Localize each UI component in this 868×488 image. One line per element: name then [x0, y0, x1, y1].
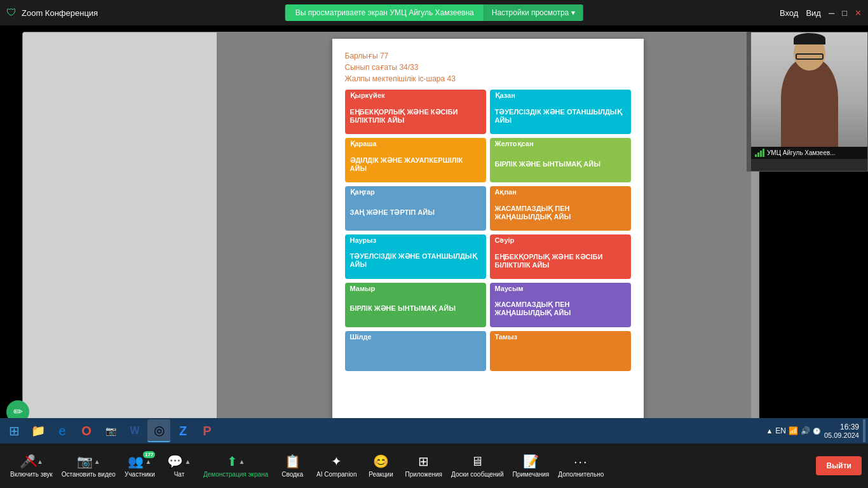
zoom-topbar: 🛡 Zoom Конференция Вы просматриваете экр…: [0, 0, 868, 25]
zoom-minimize-icon[interactable]: ─: [829, 8, 834, 18]
more-icon: ···: [574, 454, 588, 469]
more-tool[interactable]: ··· Дополнительно: [554, 454, 607, 478]
taskbar-ie-icon[interactable]: e: [51, 419, 74, 442]
pdf-cell-akpan-body: ЖАСАМПАЗДЫҚ ПЕН ЖАҢАШЫЛДЫҚ АЙЫ: [490, 198, 631, 227]
taskbar-pptx-icon[interactable]: P: [196, 419, 219, 442]
pdf-cell-mausym-header: Маусым: [490, 283, 631, 294]
language-indicator: EN: [775, 426, 786, 435]
volume-icon[interactable]: 🔊: [801, 426, 810, 435]
pdf-cell-akpan-header: Ақпан: [490, 186, 631, 198]
pdf-cell-kazan: Қазан ТӘУЕЛСІЗДІК ЖӘНЕ ОТАНШЫЛДЫҚ АЙЫ: [490, 90, 631, 134]
pdf-cell-zheltoksan: Желтоқсан БІРЛІК ЖӘНЕ ЫНТЫМАҚ АЙЫ: [490, 138, 631, 182]
zoom-view-button[interactable]: Вид: [806, 8, 821, 18]
webcam-label-bar: УМЦ Айгуль Хамзеев...: [751, 147, 867, 159]
pdf-cell-nauryz-header: Наурыз: [345, 234, 486, 246]
share-screen-tool[interactable]: ⬆ ▲ Демонстрация экрана: [200, 454, 272, 478]
reactions-label: Реакции: [369, 471, 393, 478]
notes-icon: 📝: [523, 454, 539, 469]
reactions-tool[interactable]: 😊 Реакции: [362, 454, 400, 478]
pdf-cell-karasha-header: Қараша: [345, 138, 486, 150]
windows-taskbar: ⊞ 📁 e O 📷 W ◎ Z P ▲ EN 📶 🔊 🕐 16:39 05.09…: [0, 418, 868, 444]
webcam-body: [781, 58, 838, 147]
zoom-sharing-badge: Вы просматриваете экран УМЦ Айгуль Хамзе…: [285, 4, 484, 21]
pdf-stat-3: Жалпы мектепішілік іс-шара 43: [345, 74, 631, 83]
pdf-cell-mausym: Маусым ЖАСАМПАЗДЫҚ ПЕН ЖАҢАШЫЛДЫҚ АЙЫ: [490, 283, 631, 327]
whiteboard-tool[interactable]: 🖥 Доски сообщений: [447, 454, 508, 478]
participants-badge: 177: [143, 451, 155, 458]
webcam-head: [794, 36, 825, 71]
participants-icon-wrap: 👥 177 ▲: [128, 454, 151, 469]
zoom-topbar-left: 🛡 Zoom Конференция: [6, 7, 98, 18]
pdf-cell-mamyr-header: Мамыр: [345, 283, 486, 294]
browser-window: 🦊 Устаз - Платформа аттестации ... ✕ W (…: [22, 32, 759, 432]
audio-tool[interactable]: 🎤 ▲ Включить звук: [6, 454, 57, 478]
pdf-cell-akpan: Ақпан ЖАСАМПАЗДЫҚ ПЕН ЖАҢАШЫЛДЫҚ АЙЫ: [490, 186, 631, 231]
zoom-settings-button[interactable]: Настройки просмотра ▾: [484, 4, 583, 21]
pdf-page: Барлығы 77 Сынып сағаты 34/33 Жалпы мект…: [332, 39, 644, 425]
chat-icon: 💬: [167, 454, 183, 469]
pdf-cell-kantar-header: Қаңтар: [345, 186, 486, 198]
taskbar-word-icon[interactable]: W: [123, 419, 146, 442]
reactions-icon: 😊: [373, 454, 389, 469]
pdf-cell-tamyz-header: Тамыз: [490, 331, 631, 342]
taskbar-chrome-icon[interactable]: ◎: [147, 419, 170, 442]
zoom-maximize-icon[interactable]: □: [842, 8, 847, 18]
ai-companion-tool[interactable]: ✦ AI Companion: [313, 454, 360, 478]
summary-icon: 📋: [285, 454, 301, 469]
chat-chevron[interactable]: ▲: [184, 458, 191, 465]
browser-left-panel: [23, 32, 217, 431]
signal-bars: [755, 149, 764, 157]
audio-label: Включить звук: [10, 471, 53, 478]
taskbar-explorer-icon[interactable]: 📁: [27, 419, 50, 442]
summary-tool[interactable]: 📋 Сводка: [273, 454, 311, 478]
signal-bar-2: [757, 152, 759, 157]
video-chevron[interactable]: ▲: [94, 458, 100, 465]
pdf-cell-zheltoksan-header: Желтоқсан: [490, 138, 631, 150]
pdf-cell-mamyr-body: БІРЛІК ЖӘНЕ ЫНТЫМАҚ АЙЫ: [345, 294, 486, 323]
participants-label: Участники: [125, 471, 155, 478]
pdf-stat-1: Барлығы 77: [345, 51, 631, 60]
zoom-close-icon[interactable]: ✕: [855, 8, 862, 18]
summary-label: Сводка: [281, 471, 303, 478]
camera-icon: 📷: [77, 454, 93, 469]
zoom-login-link[interactable]: Вход: [780, 8, 798, 18]
share-chevron[interactable]: ▲: [239, 458, 245, 465]
zoom-bottombar: 🎤 ▲ Включить звук 📷 ▲ Остановить видео 👥…: [0, 444, 868, 488]
pdf-stat-2: Сынып сағаты 34/33: [345, 63, 631, 72]
taskbar-zoom-icon[interactable]: Z: [172, 419, 194, 442]
pdf-month-grid: Қыркүйек ЕҢБЕКҚОРЛЫҚ ЖӘНЕ КӘСІБИ БІЛІКТІ…: [345, 90, 631, 371]
clock-time: 16:39: [824, 423, 859, 431]
zoom-topbar-center: Вы просматриваете экран УМЦ Айгуль Хамзе…: [285, 4, 583, 21]
pdf-cell-mausym-body: ЖАСАМПАЗДЫҚ ПЕН ЖАҢАШЫЛДЫҚ АЙЫ: [490, 294, 631, 323]
participants-chevron[interactable]: ▲: [145, 458, 151, 465]
apps-label: Приложения: [405, 471, 442, 478]
webcam-user-name: УМЦ Айгуль Хамзеев...: [767, 149, 836, 156]
video-tool[interactable]: 📷 ▲ Остановить видео: [58, 454, 119, 478]
exit-button[interactable]: Выйти: [816, 456, 862, 475]
notes-tool[interactable]: 📝 Примечания: [509, 454, 553, 478]
start-button[interactable]: ⊞: [3, 419, 25, 442]
taskbar-opera-icon[interactable]: O: [75, 419, 98, 442]
video-label: Остановить видео: [62, 471, 116, 478]
zoom-settings-label: Настройки просмотра: [492, 8, 569, 17]
pdf-cell-kazan-body: ТӘУЕЛСІЗДІК ЖӘНЕ ОТАНШЫЛДЫҚ АЙЫ: [490, 102, 631, 130]
webcam-video: [751, 32, 867, 147]
pdf-content-area[interactable]: Барлығы 77 Сынып сағаты 34/33 Жалпы мект…: [217, 32, 759, 431]
notes-label: Примечания: [513, 471, 550, 478]
systray: ▲ EN 📶 🔊 🕐: [766, 426, 820, 435]
apps-tool[interactable]: ⊞ Приложения: [401, 454, 446, 478]
participants-tool[interactable]: 👥 177 ▲ Участники: [121, 454, 159, 478]
show-desktop-button[interactable]: [863, 419, 865, 442]
webcam-panel: УМЦ Айгуль Хамзеев...: [750, 32, 868, 172]
webcam-hair: [794, 33, 825, 44]
systray-up-arrow[interactable]: ▲: [766, 427, 773, 435]
taskbar-wd-icon[interactable]: 📷: [99, 419, 122, 442]
pdf-cell-kyrkyiek-header: Қыркүйек: [345, 90, 486, 102]
pdf-cell-karasha: Қараша ӘДІЛДІК ЖӘНЕ ЖАУАПКЕРШІЛІК АЙЫ: [345, 138, 486, 182]
pdf-scroll-area[interactable]: Барлығы 77 Сынып сағаты 34/33 Жалпы мект…: [217, 32, 759, 431]
chat-tool[interactable]: 💬 ▲ Чат: [160, 454, 198, 478]
mute-slash: [20, 454, 43, 469]
pdf-cell-kazan-header: Қазан: [490, 90, 631, 102]
ai-companion-icon: ✦: [331, 454, 342, 469]
ai-companion-label: AI Companion: [316, 471, 356, 478]
